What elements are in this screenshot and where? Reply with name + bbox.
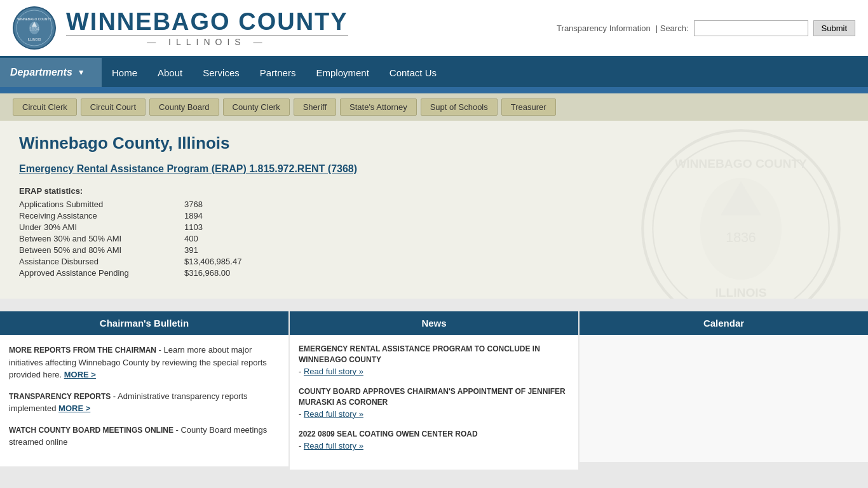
stat-label: Between 50% and 80% AMI	[19, 245, 184, 255]
quick-link-county-clerk[interactable]: County Clerk	[223, 98, 290, 116]
news-title: 2022 0809 SEAL COATING OWEN CENTER ROAD	[299, 429, 569, 440]
svg-text:1836: 1836	[726, 230, 756, 245]
logo-title: WINNEBAGO COUNTY	[66, 10, 348, 34]
news-dash: -	[299, 409, 304, 419]
departments-dropdown-button[interactable]: Departments ▼	[0, 58, 102, 87]
nav-about[interactable]: About	[147, 58, 193, 87]
stat-value: 400	[184, 234, 198, 243]
news-item: COUNTY BOARD APPROVES CHAIRMAN'S APPOINT…	[299, 386, 569, 420]
quick-link-sheriff[interactable]: Sheriff	[294, 98, 336, 116]
quick-link-circuit-clerk[interactable]: Circuit Clerk	[13, 98, 77, 116]
site-header: WINNEBAGO COUNTY ILLINOIS 1834 WINNEBAGO…	[0, 0, 868, 58]
search-submit-button[interactable]: Submit	[813, 20, 855, 36]
read-more-link[interactable]: Read full story »	[304, 409, 363, 419]
chevron-down-icon: ▼	[78, 68, 85, 77]
main-navigation: Departments ▼ Home About Services Partne…	[0, 58, 868, 87]
news-item: EMERGENCY RENTAL ASSISTANCE PROGRAM TO C…	[299, 344, 569, 377]
news-title: COUNTY BOARD APPROVES CHAIRMAN'S APPOINT…	[299, 386, 569, 408]
calendar-panel: Calendar	[580, 311, 868, 470]
stat-label: Between 30% and 50% AMI	[19, 234, 184, 243]
bulletin-item: WATCH COUNTY BOARD MEETINGS ONLINE - Cou…	[9, 424, 280, 449]
departments-label: Departments	[10, 67, 72, 78]
bulletin-more-link[interactable]: MORE >	[64, 370, 96, 379]
watermark-seal: WINNEBAGO COUNTY ILLINOIS 1836	[639, 127, 843, 299]
svg-text:WINNEBAGO COUNTY: WINNEBAGO COUNTY	[675, 157, 807, 170]
stat-label: Applications Submitted	[19, 200, 184, 209]
bulletin-title: MORE REPORTS FROM THE CHAIRMAN	[9, 346, 156, 355]
news-dash: -	[299, 441, 304, 451]
news-panel: News EMERGENCY RENTAL ASSISTANCE PROGRAM…	[290, 311, 578, 470]
stat-value: 1103	[184, 222, 203, 232]
calendar-header: Calendar	[580, 311, 868, 335]
read-more-link[interactable]: Read full story »	[304, 367, 363, 376]
svg-text:ILLINOIS: ILLINOIS	[715, 286, 766, 299]
stat-value: $316,968.00	[184, 268, 230, 278]
news-dash: -	[299, 367, 304, 376]
logo-seal: WINNEBAGO COUNTY ILLINOIS 1834	[13, 6, 56, 50]
chairmans-bulletin-header: Chairman's Bulletin	[0, 311, 288, 335]
svg-text:ILLINOIS: ILLINOIS	[28, 37, 41, 41]
search-separator: | Search:	[656, 24, 689, 33]
bulletin-more-link[interactable]: MORE >	[58, 403, 90, 413]
svg-text:WINNEBAGO COUNTY: WINNEBAGO COUNTY	[17, 17, 51, 21]
stat-label: Assistance Disbursed	[19, 257, 184, 266]
news-header: News	[290, 311, 578, 335]
nav-home[interactable]: Home	[102, 58, 147, 87]
stat-label: Under 30% AMI	[19, 222, 184, 232]
calendar-body	[580, 335, 868, 462]
nav-employment[interactable]: Employment	[306, 58, 379, 87]
quick-link-supt-of-schools[interactable]: Supt of Schools	[421, 98, 498, 116]
header-left: WINNEBAGO COUNTY ILLINOIS 1834 WINNEBAGO…	[13, 6, 348, 50]
chairmans-bulletin-body: MORE REPORTS FROM THE CHAIRMAN - Learn m…	[0, 335, 288, 466]
news-title: EMERGENCY RENTAL ASSISTANCE PROGRAM TO C…	[299, 344, 569, 365]
accent-bar	[0, 87, 868, 93]
stat-value: $13,406,985.47	[184, 257, 241, 266]
stat-value: 3768	[184, 200, 203, 209]
nav-partners[interactable]: Partners	[250, 58, 306, 87]
read-more-link[interactable]: Read full story »	[304, 441, 363, 451]
search-input[interactable]	[694, 20, 808, 36]
bulletin-item: MORE REPORTS FROM THE CHAIRMAN - Learn m…	[9, 344, 280, 381]
nav-contact[interactable]: Contact Us	[379, 58, 447, 87]
nav-services[interactable]: Services	[193, 58, 250, 87]
bulletin-item: TRANSPARENCY REPORTS - Administrative tr…	[9, 390, 280, 415]
chairmans-bulletin-panel: Chairman's Bulletin MORE REPORTS FROM TH…	[0, 311, 288, 470]
logo-subtitle: — ILLINOIS —	[66, 35, 348, 47]
transparency-label: Transparency Information	[557, 24, 651, 33]
bulletin-title: WATCH COUNTY BOARD MEETINGS ONLINE	[9, 426, 173, 435]
main-content: WINNEBAGO COUNTY ILLINOIS 1836 Winnebago…	[0, 121, 868, 299]
quick-links-bar: Circuit ClerkCircuit CourtCounty BoardCo…	[0, 93, 868, 121]
stat-label: Receiving Assistance	[19, 211, 184, 220]
stat-value: 391	[184, 245, 198, 255]
content-panels: Chairman's Bulletin MORE REPORTS FROM TH…	[0, 311, 868, 470]
quick-link-treasurer[interactable]: Treasurer	[501, 98, 556, 116]
news-body: EMERGENCY RENTAL ASSISTANCE PROGRAM TO C…	[290, 335, 578, 470]
stat-label: Approved Assistance Pending	[19, 268, 184, 278]
news-item: 2022 0809 SEAL COATING OWEN CENTER ROAD …	[299, 429, 569, 452]
quick-link-states-attorney[interactable]: State's Attorney	[340, 98, 417, 116]
bulletin-title: TRANSPARENCY REPORTS	[9, 392, 111, 401]
logo-text: WINNEBAGO COUNTY — ILLINOIS —	[66, 10, 348, 47]
quick-link-county-board[interactable]: County Board	[149, 98, 219, 116]
nav-links: Home About Services Partners Employment …	[102, 58, 447, 87]
header-right: Transparency Information | Search: Submi…	[557, 20, 855, 36]
stat-value: 1894	[184, 211, 203, 220]
erap-link[interactable]: Emergency Rental Assistance Program (ERA…	[19, 163, 357, 175]
quick-link-circuit-court[interactable]: Circuit Court	[81, 98, 146, 116]
